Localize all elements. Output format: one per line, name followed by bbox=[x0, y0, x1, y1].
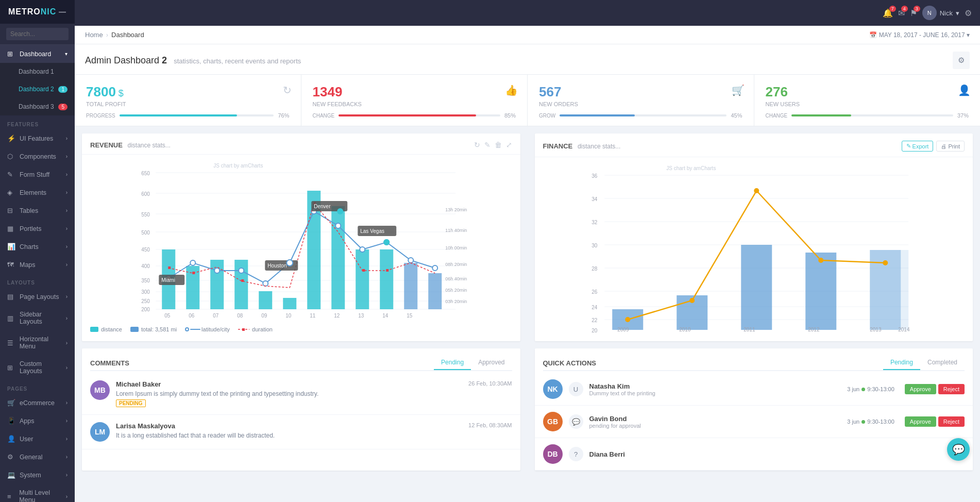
stat-new-users: 👤 276 NEW USERS CHANGE 37% bbox=[754, 75, 981, 126]
notif-badge-3: 3 bbox=[914, 6, 920, 12]
user-menu[interactable]: N Nick ▾ bbox=[922, 6, 959, 20]
sidebar-item-ui-features[interactable]: ⚡ UI Features › bbox=[0, 129, 75, 147]
qa-subtitle: pending for approval bbox=[589, 423, 841, 429]
sidebar-item-page-layouts[interactable]: ▤ Page Layouts › bbox=[0, 288, 75, 306]
sidebar-item-label: Maps bbox=[20, 261, 36, 269]
sidebar-item-sidebar-layouts[interactable]: ▥ Sidebar Layouts › bbox=[0, 306, 75, 330]
avatar: GB bbox=[543, 412, 563, 431]
approve-button[interactable]: Approve bbox=[905, 416, 936, 427]
charts-icon: 📊 bbox=[7, 243, 15, 250]
qa-actions: Approve Reject bbox=[905, 384, 965, 394]
legend-latitude-line bbox=[190, 329, 200, 330]
sidebar-item-dashboard1[interactable]: Dashboard 1 bbox=[0, 63, 75, 80]
chart-trash-icon[interactable]: 🗑 bbox=[495, 141, 502, 149]
search-input[interactable] bbox=[6, 28, 69, 40]
users-label: NEW USERS bbox=[766, 101, 969, 107]
fab-button[interactable]: 💬 bbox=[947, 438, 970, 461]
svg-rect-101 bbox=[741, 245, 772, 330]
finance-chart-header: FINANCE distance stats... ✎ Export 🖨 Pri… bbox=[535, 133, 973, 157]
sidebar-item-maps[interactable]: 🗺 Maps › bbox=[0, 256, 75, 274]
approve-button[interactable]: Approve bbox=[905, 384, 936, 394]
finance-chart-actions: ✎ Export 🖨 Print bbox=[902, 141, 965, 152]
tab-qa-completed[interactable]: Completed bbox=[920, 356, 965, 370]
chart-refresh-icon[interactable]: ↻ bbox=[474, 141, 480, 149]
sidebar-item-dashboard2[interactable]: Dashboard 2 1 bbox=[0, 80, 75, 98]
legend-total: total: 3,581 mi bbox=[130, 326, 177, 332]
sidebar-item-form-stuff[interactable]: ✎ Form Stuff › bbox=[0, 165, 75, 183]
chevron-right-icon: › bbox=[66, 400, 67, 406]
sidebar-item-components[interactable]: ⬡ Components › bbox=[0, 147, 75, 165]
notification-icon-3[interactable]: ⚑3 bbox=[910, 8, 917, 18]
settings-button[interactable]: ⚙ bbox=[953, 52, 970, 69]
sidebar-item-horizontal-menu[interactable]: ☰ Horizontal Menu › bbox=[0, 330, 75, 355]
profit-label: TOTAL PROFIT bbox=[86, 101, 290, 107]
svg-rect-45 bbox=[192, 272, 195, 274]
svg-rect-81 bbox=[242, 328, 245, 331]
sidebar-item-ecommerce[interactable]: 🛒 eCommerce › bbox=[0, 394, 75, 412]
sidebar-item-tables[interactable]: ⊟ Tables › bbox=[0, 202, 75, 220]
feedback-progress-row: CHANGE 85% bbox=[313, 112, 516, 119]
svg-point-55 bbox=[383, 239, 390, 245]
svg-point-108 bbox=[818, 258, 823, 263]
notification-icon-1[interactable]: 🔔7 bbox=[883, 8, 893, 18]
sidebar-item-elements[interactable]: ◈ Elements › bbox=[0, 183, 75, 202]
svg-rect-30 bbox=[404, 263, 417, 309]
progress-label: CHANGE bbox=[313, 113, 335, 119]
sidebar-item-label: Dashboard 2 bbox=[19, 86, 54, 93]
svg-rect-27 bbox=[331, 206, 345, 309]
comment-status-badge: PENDING bbox=[116, 399, 146, 407]
profit-progress-bar-wrap bbox=[120, 114, 274, 116]
sidebar-item-dashboard3[interactable]: Dashboard 3 5 bbox=[0, 98, 75, 115]
sidebar-item-label: Horizontal Menu bbox=[20, 336, 66, 350]
sidebar-item-user[interactable]: 👤 User › bbox=[0, 430, 75, 448]
orders-label: NEW ORDERS bbox=[539, 101, 742, 107]
chart-edit-icon[interactable]: ✎ bbox=[484, 141, 491, 149]
revenue-chart-header: REVENUE distance stats... ↻ ✎ 🗑 ⤢ bbox=[82, 133, 520, 155]
users-progress-bar-wrap bbox=[791, 114, 953, 116]
print-button[interactable]: 🖨 Print bbox=[936, 141, 965, 152]
hamburger-icon[interactable]: — bbox=[59, 8, 66, 16]
avatar: N bbox=[922, 6, 937, 20]
settings-icon[interactable]: ⚙ bbox=[965, 8, 972, 18]
notification-icon-2[interactable]: ✉4 bbox=[898, 8, 905, 18]
svg-rect-31 bbox=[428, 273, 442, 309]
features-section-label: FEATURES bbox=[0, 115, 75, 129]
chart-expand-icon[interactable]: ⤢ bbox=[506, 141, 512, 149]
tab-pending[interactable]: Pending bbox=[434, 356, 471, 370]
sidebar-item-label: Form Stuff bbox=[20, 171, 49, 178]
sidebar-item-custom-layouts[interactable]: ⊞ Custom Layouts › bbox=[0, 355, 75, 380]
topbar: 🔔7 ✉4 ⚑3 N Nick ▾ ⚙ bbox=[75, 0, 980, 26]
sidebar-search-bar bbox=[0, 24, 75, 45]
breadcrumb-home[interactable]: Home bbox=[85, 31, 103, 39]
sidebar-item-system[interactable]: 💻 System › bbox=[0, 466, 75, 484]
comment-name: Michael Baker bbox=[116, 380, 161, 388]
reject-button[interactable]: Reject bbox=[938, 416, 965, 427]
tab-approved[interactable]: Approved bbox=[471, 356, 512, 370]
sidebar-item-label: Multi Level Menu bbox=[19, 489, 65, 502]
qa-type-icon: ? bbox=[569, 447, 583, 461]
svg-text:15: 15 bbox=[407, 313, 413, 319]
legend-total-color bbox=[130, 327, 139, 332]
svg-rect-46 bbox=[241, 279, 244, 282]
export-button[interactable]: ✎ Export bbox=[902, 141, 934, 152]
sidebar-item-dashboard[interactable]: ⊞ Dashboard ▾ bbox=[0, 45, 75, 63]
sidebar-item-multi-level-menu[interactable]: ≡ Multi Level Menu › bbox=[0, 484, 75, 502]
svg-text:08: 08 bbox=[237, 313, 243, 319]
reject-button[interactable]: Reject bbox=[938, 384, 965, 394]
qa-body: Gavin Bond pending for approval bbox=[589, 415, 841, 429]
svg-text:32: 32 bbox=[592, 220, 598, 225]
sidebar-item-portlets[interactable]: ▦ Portlets › bbox=[0, 220, 75, 238]
breadcrumb: Home › Dashboard bbox=[85, 31, 144, 39]
sidebar-item-charts[interactable]: 📊 Charts › bbox=[0, 238, 75, 256]
chevron-right-icon: › bbox=[66, 365, 67, 371]
svg-point-40 bbox=[360, 247, 365, 252]
system-icon: 💻 bbox=[7, 471, 15, 479]
sidebar-item-apps[interactable]: 📱 Apps › bbox=[0, 412, 75, 430]
svg-point-39 bbox=[335, 223, 341, 228]
svg-text:14: 14 bbox=[382, 313, 388, 319]
chevron-right-icon: › bbox=[66, 472, 67, 478]
chevron-down-icon: ▾ bbox=[956, 9, 959, 17]
tab-qa-pending[interactable]: Pending bbox=[883, 356, 920, 370]
sidebar-item-general[interactable]: ⚙ General › bbox=[0, 448, 75, 466]
svg-text:13h 20min: 13h 20min bbox=[445, 207, 467, 212]
